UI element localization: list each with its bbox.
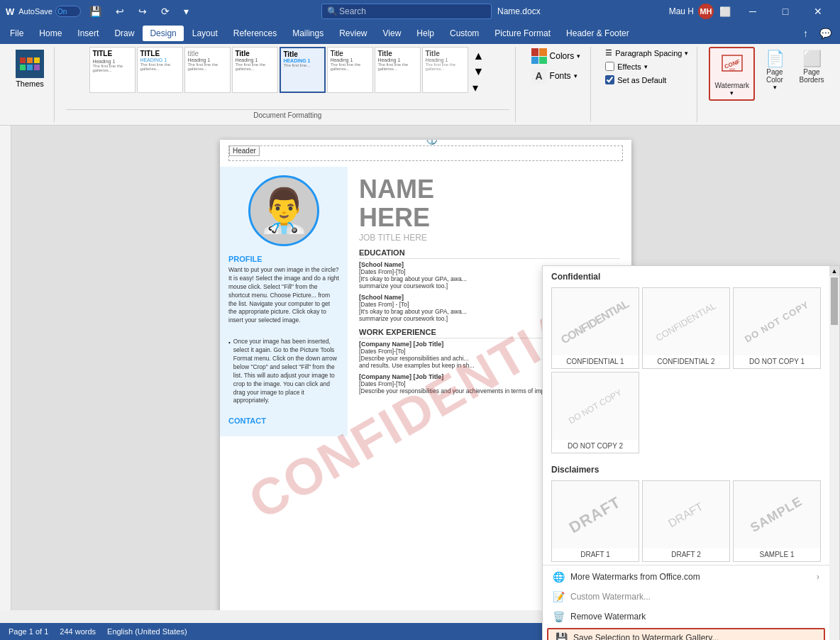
scroll-down-btn[interactable]: ▼ <box>471 64 485 79</box>
svg-rect-2 <box>729 68 735 71</box>
watermark-icon: CONF <box>719 51 745 82</box>
style-thumb-5[interactable]: Title HEADING 1 The first line... <box>280 47 326 93</box>
page-borders-label: PageBorders <box>799 68 824 84</box>
save-selection-icon: 💾 <box>556 632 568 640</box>
themes-btn[interactable]: Themes <box>11 47 48 91</box>
effects-checkbox[interactable] <box>605 62 614 71</box>
menu-header-footer[interactable]: Header & Footer <box>559 26 636 41</box>
watermark-dropdown: ▲ ▼ Confidential CONFIDENTIAL CONFIDENTI… <box>542 265 840 640</box>
menu-draw[interactable]: Draw <box>107 26 141 41</box>
ribbon-toggle-icon[interactable]: ⬜ <box>719 6 731 17</box>
menu-references[interactable]: References <box>226 26 284 41</box>
effects-item[interactable]: Effects ▾ <box>602 60 691 72</box>
wm-draft-2-preview: DRAFT <box>643 481 729 548</box>
style-thumb-4[interactable]: Title Heading 1 The first line the galle… <box>232 47 278 93</box>
wm-confidential-2[interactable]: CONFIDENTIAL CONFIDENTIAL 2 <box>642 287 730 369</box>
share-btn[interactable]: ↑ <box>797 25 814 42</box>
menu-mailings[interactable]: Mailings <box>285 26 331 41</box>
fonts-btn[interactable]: A Fonts ▾ <box>527 67 585 85</box>
paragraph-spacing-item[interactable]: ☰ Paragraph Spacing ▾ <box>602 47 691 59</box>
wm-draft-1[interactable]: DRAFT DRAFT 1 <box>551 480 639 562</box>
disclaimers-section-title: Disclaimers <box>543 459 829 478</box>
style-thumb-7[interactable]: Title Heading 1 The first line the galle… <box>375 47 421 93</box>
wm-donotcopy-1[interactable]: DO NOT COPY DO NOT COPY 1 <box>733 287 821 369</box>
app-logo: W <box>6 6 14 17</box>
menu-picture-format[interactable]: Picture Format <box>487 26 558 41</box>
autosave-toggle-btn[interactable]: On <box>55 6 81 17</box>
profile-text-1: Want to put your own image in the circle… <box>228 266 339 325</box>
more-icon[interactable]: ▾ <box>179 4 193 18</box>
style-thumb-8[interactable]: Title Heading 1 The first line the galle… <box>422 47 468 93</box>
scroll-more-btn[interactable]: ▾ <box>471 79 485 96</box>
wm-dnc2-label: DO NOT COPY 2 <box>552 442 639 450</box>
themes-icon <box>16 50 44 78</box>
menu-insert[interactable]: Insert <box>70 26 106 41</box>
scroll-up-btn[interactable]: ▲ <box>829 266 839 276</box>
dropdown-footer: 🌐 More Watermarks from Office.com › 📝 Cu… <box>543 565 829 640</box>
set-default-checkbox[interactable] <box>605 75 614 84</box>
style-thumb-3[interactable]: title Heading 1 The first line the galle… <box>184 47 231 93</box>
wm-conf1-label: CONFIDENTIAL 1 <box>552 358 639 365</box>
menu-file[interactable]: File <box>3 26 31 41</box>
page-color-icon: 📄 <box>766 50 785 68</box>
menu-custom[interactable]: Custom <box>443 26 486 41</box>
more-watermarks-arrow: › <box>817 572 819 582</box>
scroll-up-btn[interactable]: ▲ <box>471 48 485 64</box>
window-controls: ─ □ ✕ <box>736 0 834 23</box>
remove-watermark-item[interactable]: 🗑️ Remove Watermark <box>543 607 829 627</box>
user-avatar: MH <box>698 4 714 19</box>
set-default-item[interactable]: Set as Default <box>602 74 691 86</box>
filename: Name.docx <box>497 6 541 16</box>
save-selection-item[interactable]: 💾 Save Selection to Watermark Gallery... <box>547 628 825 640</box>
ribbon: Themes TITLE Heading 1 The first line th… <box>0 44 840 126</box>
watermark-btn[interactable]: CONF Watermark ▾ <box>709 47 755 101</box>
minimize-btn[interactable]: ─ <box>736 0 769 23</box>
style-thumb-1[interactable]: TITLE Heading 1 The first line the galle… <box>89 47 136 93</box>
custom-watermark-item[interactable]: 📝 Custom Watermark... <box>543 587 829 607</box>
save-selection-label: Save Selection to Watermark Gallery... <box>573 633 719 640</box>
paragraph-spacing-label: Paragraph Spacing <box>615 49 682 57</box>
page-color-btn[interactable]: 📄 PageColor ▾ <box>758 47 792 94</box>
menu-review[interactable]: Review <box>332 26 374 41</box>
confidential-grid: CONFIDENTIAL CONFIDENTIAL 1 CONFIDENTIAL… <box>543 285 829 456</box>
maximize-btn[interactable]: □ <box>769 0 802 23</box>
wm-donotcopy-2[interactable]: DO NOT COPY DO NOT COPY 2 <box>551 372 639 453</box>
scroll-track <box>829 325 839 640</box>
menu-extra: ↑ 💬 <box>797 25 837 42</box>
user-info: Mau H MH <box>669 4 714 19</box>
search-input[interactable] <box>321 4 492 19</box>
paragraph-spacing-icon: ☰ <box>605 48 612 57</box>
save-icon[interactable]: 💾 <box>85 4 106 18</box>
education-title: EDUCATION <box>359 248 620 259</box>
more-watermarks-icon: 🌐 <box>553 571 565 583</box>
wm-conf2-label: CONFIDENTIAL 2 <box>643 358 729 365</box>
wm-confidential-1[interactable]: CONFIDENTIAL CONFIDENTIAL 1 <box>551 287 639 369</box>
colors-btn[interactable]: Colors ▾ <box>527 47 585 65</box>
page-indicator: Page 1 of 1 <box>9 627 48 636</box>
wm-draft1-label: DRAFT 1 <box>552 551 639 558</box>
style-thumb-6[interactable]: Title Heading 1 The first line the galle… <box>327 47 373 93</box>
repeat-icon[interactable]: ⟳ <box>157 4 174 18</box>
person-photo: 👨‍⚕️ <box>258 189 311 232</box>
undo-icon[interactable]: ↩ <box>111 4 128 18</box>
custom-watermark-label: Custom Watermark... <box>570 592 651 602</box>
wm-draft-2[interactable]: DRAFT DRAFT 2 <box>642 480 730 562</box>
close-btn[interactable]: ✕ <box>802 0 834 23</box>
more-watermarks-item[interactable]: 🌐 More Watermarks from Office.com › <box>543 567 829 587</box>
page-borders-btn[interactable]: ⬜ PageBorders <box>795 47 829 94</box>
style-thumb-2[interactable]: TITLE HEADING 1 The first line the galle… <box>137 47 183 93</box>
word-count: 244 words <box>60 627 96 636</box>
scrollbar: ▲ ▼ <box>829 266 839 640</box>
ribbon-group-colors-fonts: Colors ▾ A Fonts ▾ <box>521 47 592 122</box>
comments-btn[interactable]: 💬 <box>814 25 837 42</box>
menu-home[interactable]: Home <box>32 26 69 41</box>
menu-design[interactable]: Design <box>143 26 183 41</box>
menu-help[interactable]: Help <box>409 26 441 41</box>
wm-draft2-label: DRAFT 2 <box>643 551 729 558</box>
search-icon: 🔍 <box>327 6 338 16</box>
page-color-arrow: ▾ <box>773 84 777 91</box>
wm-sample-1[interactable]: SAMPLE SAMPLE 1 <box>733 480 821 562</box>
menu-layout[interactable]: Layout <box>185 26 225 41</box>
redo-icon[interactable]: ↪ <box>134 4 151 18</box>
menu-view[interactable]: View <box>376 26 409 41</box>
